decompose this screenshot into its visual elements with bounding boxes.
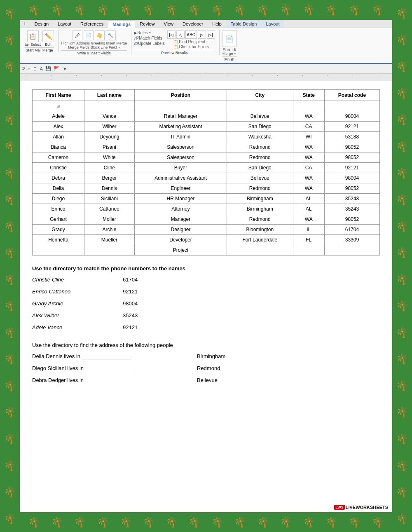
palm-icon: 🌴: [349, 5, 361, 15]
table-cell: IL: [293, 225, 324, 235]
tab-design[interactable]: Design: [30, 20, 53, 28]
prev-icon[interactable]: ◁: [176, 30, 185, 39]
tab-help[interactable]: Help: [208, 20, 226, 28]
table-cell: Administrative Assistant: [134, 173, 227, 183]
table-cell: Bloomington: [227, 225, 293, 235]
highlight-icon[interactable]: 🖊: [73, 30, 82, 40]
abc-preview-icon[interactable]: ABC: [185, 30, 197, 39]
tab-view[interactable]: View: [159, 20, 178, 28]
palm-icon: 🌴: [4, 407, 16, 417]
table-cell: WA: [293, 152, 324, 163]
finish-merge-sublabel: Finish &Merge ~: [222, 47, 236, 56]
exercise2-row: Diego Siciliani lives in Redmond: [32, 365, 380, 371]
table-cell: FL: [293, 235, 324, 245]
next-icon[interactable]: ▷: [198, 30, 206, 39]
table-cell: Christie: [33, 163, 84, 173]
prev-first-icon[interactable]: |◁: [167, 30, 176, 39]
palm-icon: 🌴: [143, 517, 155, 527]
table-cell: Archie: [84, 225, 134, 235]
edit-btn-group: ✏️ Edit: [42, 30, 54, 47]
table-cell: Salesperson: [134, 142, 227, 152]
lws-logo: LWS: [334, 505, 345, 510]
palm-icon: 🌴: [4, 514, 16, 524]
palm-icon: 🌴: [4, 35, 16, 45]
palm-icon: 🌴: [396, 487, 408, 497]
palm-icon: 🌴: [372, 5, 384, 15]
palm-icon: 🌴: [396, 328, 408, 337]
table-cell: Waukesha: [227, 132, 293, 142]
exercise1-instruction: Use the directory to match the phone num…: [32, 265, 380, 272]
tab-table-design[interactable]: Table Design: [226, 20, 262, 28]
ribbon-tabs: t Design Layout References Mailings Revi…: [20, 20, 392, 28]
tab-review[interactable]: Review: [135, 20, 159, 28]
finish-merge-icon[interactable]: 📄: [222, 30, 237, 47]
palm-icon: 🌴: [396, 514, 408, 524]
palm-icon: 🌴: [120, 517, 132, 527]
exercise1-section: Use the directory to match the phone num…: [32, 265, 380, 330]
palm-icon: 🌴: [396, 221, 408, 231]
insert-merge-icon[interactable]: 🔧: [106, 30, 116, 40]
preview-icons: ▶Rules ~ 🔗Match Fields 🏷Update Labels |◁…: [134, 30, 215, 49]
palm-icon: 🌴: [28, 517, 40, 527]
table-cell: Bellevue: [227, 111, 293, 122]
table-row: GradyArchieDesignerBloomingtonIL61704: [33, 225, 380, 235]
table-row: GerhartMollerManagerRedmondWA98052: [33, 214, 380, 225]
table-cell: Deyoung: [84, 132, 134, 142]
rules-label: ▶Rules ~: [134, 30, 165, 35]
table-row: EnricoCattaneoAttorneyBirminghamAL35243: [33, 204, 380, 214]
palm-icon: 🌴: [4, 274, 16, 284]
tab-t[interactable]: t: [20, 20, 30, 28]
exercise2-blank[interactable]: [84, 377, 133, 383]
palm-icon: 🌴: [4, 328, 16, 337]
palm-icon: 🌴: [396, 248, 408, 258]
palm-icon: 🌴: [211, 5, 224, 15]
table-cell: Debra: [33, 173, 84, 183]
palm-icon: 🌴: [4, 301, 16, 311]
palm-icon: 🌴: [4, 88, 16, 98]
exercise2-text: Debra Dedger lives in: [32, 377, 172, 383]
palm-icon: 🌴: [396, 168, 408, 178]
palm-icon: 🌴: [166, 5, 178, 15]
palm-icon: 🌴: [4, 61, 16, 71]
tab-developer[interactable]: Developer: [178, 20, 208, 28]
exercise2-blank[interactable]: [82, 354, 131, 359]
border-left: 🌴 🌴 🌴 🌴 🌴 🌴 🌴 🌴 🌴 🌴 🌴 🌴 🌴 🌴 🌴 🌴 🌴 🌴 🌴 🌴: [0, 0, 20, 532]
tab-mailings[interactable]: Mailings: [108, 20, 135, 28]
next-last-icon[interactable]: ▷|: [207, 30, 215, 39]
col-state: State: [293, 90, 324, 101]
table-cell: Bellevue: [227, 173, 293, 183]
palm-icon: 🌴: [4, 354, 16, 364]
address-block-icon[interactable]: 📄: [84, 30, 94, 40]
table-cell: Redmond: [227, 214, 293, 225]
write-insert-label: Write & Insert Fields: [61, 50, 127, 55]
preview-left-icons: ▶Rules ~ 🔗Match Fields 🏷Update Labels: [134, 30, 165, 49]
table-row: DebraBergerAdministrative AssistantBelle…: [33, 173, 380, 183]
greeting-line-icon[interactable]: 👋: [95, 30, 105, 40]
border-bottom: 🌴 🌴 🌴 🌴 🌴 🌴 🌴 🌴 🌴 🌴 🌴 🌴 🌴 🌴 🌴 🌴 🌴 🌴: [0, 512, 412, 532]
table-cell: Alex: [33, 122, 84, 132]
border-top: 🌴 🌴 🌴 🌴 🌴 🌴 🌴 🌴 🌴 🌴 🌴 🌴 🌴 🌴 🌴 🌴 🌴 🌴: [0, 0, 412, 20]
col-position: Position: [134, 90, 227, 101]
table-cell: Manager: [134, 214, 227, 225]
palm-icon: 🌴: [396, 381, 408, 391]
exercise2-blank[interactable]: [85, 366, 135, 371]
table-cell: WI: [293, 132, 324, 142]
tab-layout[interactable]: Layout: [53, 20, 76, 28]
toolbar-arrow: ▼: [63, 66, 67, 71]
tab-layout2[interactable]: Layout: [261, 20, 284, 28]
toolbar-a: A: [40, 66, 43, 71]
palm-icon: 🌴: [97, 5, 109, 15]
palm-icon: 🌴: [396, 8, 408, 18]
palm-icon: 🌴: [4, 461, 16, 471]
edit-icon[interactable]: ✏️: [42, 30, 54, 42]
write-labels2: Merge Fields Block Line Field ~: [68, 45, 120, 49]
match-fields-label: 🔗Match Fields: [134, 36, 165, 40]
table-cell: Project: [134, 245, 227, 255]
select-icon[interactable]: 📋: [27, 30, 39, 42]
tab-references[interactable]: References: [76, 20, 108, 28]
palm-icon: 🌴: [396, 434, 408, 444]
palm-icon: 🌴: [303, 517, 315, 527]
exercise1-row: Grady Archie98004: [32, 300, 380, 307]
table-row: DiegoSicilianiHR ManagerBirminghamAL3524…: [33, 194, 380, 204]
exercise1-name: Alex Wilber: [32, 312, 123, 319]
